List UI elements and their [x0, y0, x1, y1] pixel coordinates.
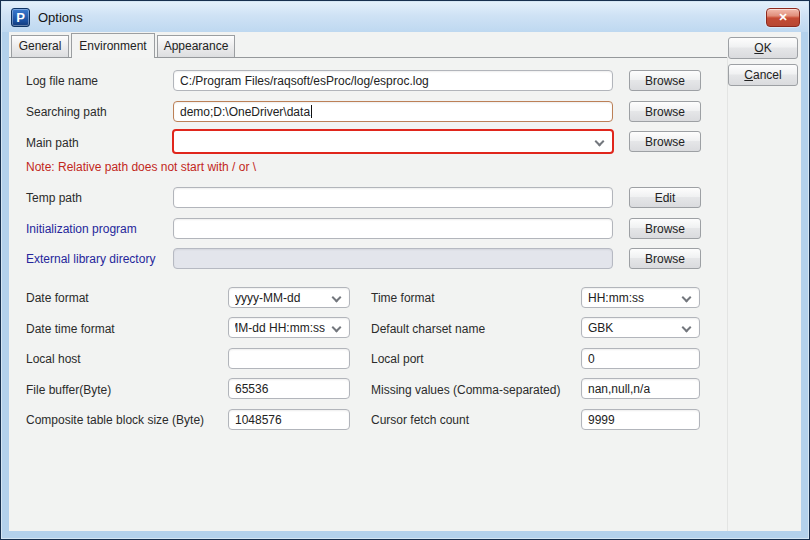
- log-file-name-value: C:/Program Files/raqsoft/esProc/log/espr…: [180, 71, 608, 90]
- time-format-label: Time format: [371, 291, 435, 305]
- missing-values-input[interactable]: nan,null,n/a: [581, 378, 700, 399]
- initialization-program-label: Initialization program: [26, 222, 137, 236]
- initialization-program-input[interactable]: [173, 218, 613, 239]
- composite-block-size-value: 1048576: [235, 410, 345, 429]
- titlebar: P Options ✕: [2, 2, 808, 32]
- date-time-format-value: yyyy-MM-dd HH:mm:ss: [235, 318, 325, 337]
- local-port-label: Local port: [371, 352, 424, 366]
- cancel-button[interactable]: Cancel: [728, 64, 798, 86]
- missing-values-value: nan,null,n/a: [588, 379, 695, 398]
- file-buffer-input[interactable]: 65536: [228, 378, 350, 399]
- temp-path-value: [180, 188, 608, 207]
- external-library-directory-input: [173, 248, 613, 269]
- tab-panel-right-border: [727, 57, 728, 531]
- temp-path-input[interactable]: [173, 187, 613, 208]
- file-buffer-label: File buffer(Byte): [26, 383, 111, 397]
- log-file-browse-button[interactable]: Browse: [629, 70, 701, 91]
- local-host-label: Local host: [26, 352, 81, 366]
- chevron-down-icon[interactable]: [682, 323, 692, 333]
- close-icon[interactable]: ✕: [766, 8, 800, 27]
- window-title: Options: [38, 10, 83, 25]
- chevron-down-icon[interactable]: [595, 137, 605, 147]
- default-charset-combobox[interactable]: GBK: [581, 317, 700, 338]
- chevron-down-icon[interactable]: [332, 293, 342, 303]
- cancel-mnemonic: C: [744, 68, 753, 82]
- initialization-program-browse-button[interactable]: Browse: [629, 218, 701, 239]
- searching-path-browse-button[interactable]: Browse: [629, 101, 701, 122]
- log-file-name-label: Log file name: [26, 74, 98, 88]
- default-charset-value: GBK: [588, 318, 675, 337]
- temp-path-edit-button[interactable]: Edit: [629, 187, 701, 208]
- external-library-directory-label: External library directory: [26, 252, 155, 266]
- missing-values-label: Missing values (Comma-separated): [371, 383, 560, 397]
- relative-path-note: Note: Relative path does not start with …: [26, 160, 256, 174]
- tab-appearance[interactable]: Appearance: [157, 35, 235, 57]
- tab-environment[interactable]: Environment: [71, 33, 155, 58]
- searching-path-input[interactable]: demo;D:\OneDriver\data: [173, 101, 613, 122]
- searching-path-value: demo;D:\OneDriver\data: [180, 105, 310, 119]
- main-path-label: Main path: [26, 136, 79, 150]
- chevron-down-icon[interactable]: [682, 293, 692, 303]
- main-path-combobox[interactable]: [172, 129, 614, 154]
- main-path-value: [180, 131, 588, 152]
- date-format-label: Date format: [26, 291, 89, 305]
- date-format-combobox[interactable]: yyyy-MM-dd: [228, 287, 350, 308]
- composite-block-size-input[interactable]: 1048576: [228, 409, 350, 430]
- external-library-browse-button[interactable]: Browse: [629, 248, 701, 269]
- time-format-combobox[interactable]: HH:mm:ss: [581, 287, 700, 308]
- initialization-program-value: [180, 219, 608, 238]
- local-host-value: [235, 349, 345, 368]
- date-time-format-label: Date time format: [26, 322, 115, 336]
- log-file-name-input[interactable]: C:/Program Files/raqsoft/esProc/log/espr…: [173, 70, 613, 91]
- local-host-input[interactable]: [228, 348, 350, 369]
- external-library-directory-value: [180, 249, 608, 268]
- date-time-format-combobox[interactable]: yyyy-MM-dd HH:mm:ss: [228, 317, 350, 338]
- date-format-value: yyyy-MM-dd: [235, 288, 325, 307]
- searching-path-label: Searching path: [26, 105, 107, 119]
- cancel-label-rest: ancel: [753, 68, 782, 82]
- composite-block-size-label: Composite table block size (Byte): [26, 413, 204, 427]
- cursor-fetch-count-input[interactable]: 9999: [581, 409, 700, 430]
- main-path-browse-button[interactable]: Browse: [629, 131, 701, 152]
- local-port-input[interactable]: 0: [581, 348, 700, 369]
- time-format-value: HH:mm:ss: [588, 288, 675, 307]
- ok-mnemonic: O: [754, 41, 763, 55]
- ok-button[interactable]: OK: [728, 37, 798, 59]
- cursor-fetch-count-label: Cursor fetch count: [371, 413, 469, 427]
- local-port-value: 0: [588, 349, 695, 368]
- dialog-content: General Environment Appearance OK Cancel…: [9, 32, 801, 531]
- ok-label-rest: K: [764, 41, 772, 55]
- tab-general[interactable]: General: [11, 35, 69, 57]
- cursor-fetch-count-value: 9999: [588, 410, 695, 429]
- options-dialog: P Options ✕ General Environment Appearan…: [0, 0, 810, 540]
- app-icon: P: [11, 8, 30, 27]
- file-buffer-value: 65536: [235, 379, 345, 398]
- chevron-down-icon[interactable]: [332, 323, 342, 333]
- default-charset-name-label: Default charset name: [371, 322, 485, 336]
- temp-path-label: Temp path: [26, 191, 82, 205]
- text-caret: [311, 105, 312, 118]
